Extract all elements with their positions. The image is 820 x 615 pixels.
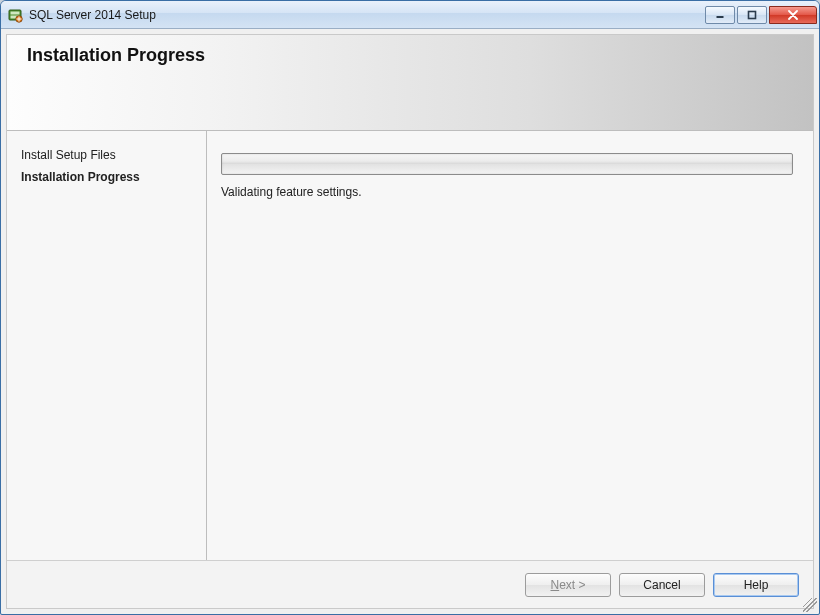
cancel-button[interactable]: Cancel bbox=[619, 573, 705, 597]
next-button[interactable]: Next > bbox=[525, 573, 611, 597]
app-icon bbox=[7, 7, 23, 23]
window-controls bbox=[703, 6, 817, 24]
wizard-main: Validating feature settings. bbox=[207, 131, 813, 560]
svg-rect-1 bbox=[11, 11, 20, 14]
wizard-body: Install Setup Files Installation Progres… bbox=[7, 131, 813, 560]
app-window: SQL Server 2014 Setup Installation Progr… bbox=[0, 0, 820, 615]
svg-rect-5 bbox=[749, 11, 756, 18]
wizard-sidebar: Install Setup Files Installation Progres… bbox=[7, 131, 207, 560]
client-area: Installation Progress Install Setup File… bbox=[6, 34, 814, 609]
install-status-text: Validating feature settings. bbox=[221, 185, 793, 199]
help-button[interactable]: Help bbox=[713, 573, 799, 597]
maximize-button[interactable] bbox=[737, 6, 767, 24]
sidebar-item-install-setup-files: Install Setup Files bbox=[17, 145, 196, 165]
svg-rect-4 bbox=[717, 16, 724, 18]
window-title: SQL Server 2014 Setup bbox=[29, 8, 703, 22]
wizard-footer: Next > Cancel Help bbox=[7, 560, 813, 608]
close-button[interactable] bbox=[769, 6, 817, 24]
wizard-header: Installation Progress bbox=[7, 35, 813, 131]
install-progress-bar bbox=[221, 153, 793, 175]
sidebar-item-installation-progress: Installation Progress bbox=[17, 167, 196, 187]
titlebar[interactable]: SQL Server 2014 Setup bbox=[1, 1, 819, 29]
resize-grip-icon[interactable] bbox=[803, 598, 817, 612]
minimize-button[interactable] bbox=[705, 6, 735, 24]
page-title: Installation Progress bbox=[27, 45, 793, 66]
